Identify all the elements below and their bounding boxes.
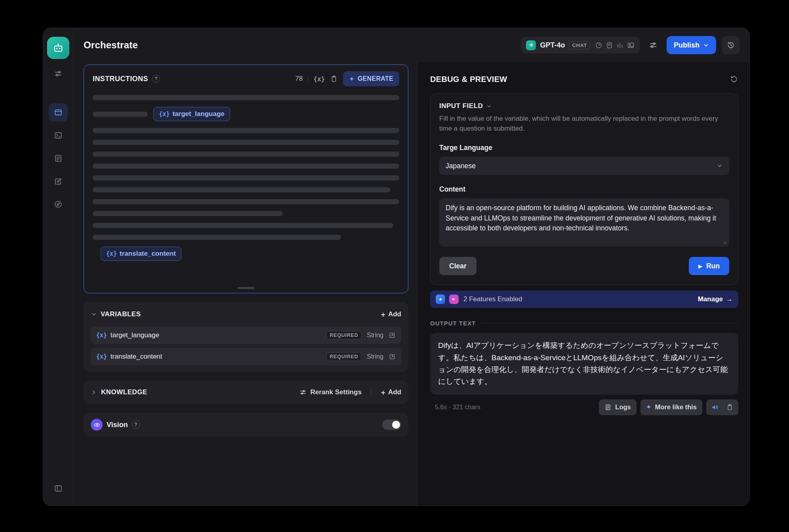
eye-icon xyxy=(91,419,103,431)
skeleton-line xyxy=(93,140,399,145)
output-icon-pill xyxy=(706,399,738,415)
openai-logo-icon: ✳ xyxy=(526,40,536,50)
tune-icon xyxy=(54,69,63,78)
sidebar-item-settings[interactable] xyxy=(49,65,68,83)
features-enabled-text: 2 Features Enabled xyxy=(463,295,522,303)
content-textarea[interactable]: Dify is an open-source platform for buil… xyxy=(439,198,729,247)
logs-button[interactable]: Logs xyxy=(599,399,636,415)
skeleton-line xyxy=(93,211,283,216)
divider xyxy=(481,323,738,323)
instructions-title: INSTRUCTIONS xyxy=(93,75,148,83)
open-variable-icon[interactable] xyxy=(389,332,396,339)
image-icon xyxy=(627,42,635,49)
arrow-right-icon: → xyxy=(726,295,733,303)
vision-title: Vision xyxy=(107,421,128,429)
sidebar-item-monitoring[interactable] xyxy=(49,195,68,213)
sparkle-icon: ✦ xyxy=(646,403,652,411)
instructions-actions: 78 {x} ✦ xyxy=(295,71,399,86)
toggle-knob xyxy=(392,421,400,429)
add-variable-button[interactable]: + Add xyxy=(381,310,401,318)
vision-toggle[interactable] xyxy=(382,420,401,430)
char-count: 78 xyxy=(295,75,303,83)
input-field-title: INPUT FIELD xyxy=(439,102,483,110)
output-actions: Logs ✦ More like this xyxy=(599,399,738,415)
run-button[interactable]: ▶ Run xyxy=(689,257,729,275)
chevron-down-icon xyxy=(703,42,709,48)
chevron-down-icon[interactable] xyxy=(91,311,97,317)
divider xyxy=(308,75,308,82)
help-icon[interactable]: ? xyxy=(132,421,140,429)
output-stats: 5.6s · 321 chars xyxy=(435,404,480,411)
skeleton-line xyxy=(93,128,399,133)
insert-variable-button[interactable]: {x} xyxy=(313,75,325,83)
variable-prefix: {x} xyxy=(96,353,107,360)
app-logo[interactable] xyxy=(47,37,69,59)
skeleton-line xyxy=(93,235,341,240)
variable-prefix: {x} xyxy=(106,250,117,257)
skeleton-line xyxy=(93,223,393,228)
skeleton-line xyxy=(93,112,148,117)
speaker-button[interactable] xyxy=(708,401,722,414)
refresh-icon xyxy=(730,75,738,84)
chevron-down-icon xyxy=(486,103,492,109)
chevron-down-icon xyxy=(717,163,723,169)
publish-button[interactable]: Publish xyxy=(667,36,716,54)
debug-preview-pane: DEBUG & PREVIEW INPUT FIELD xyxy=(419,62,749,505)
input-field-header[interactable]: INPUT FIELD xyxy=(439,102,729,110)
language-select[interactable]: Japanese xyxy=(439,157,729,175)
skeleton-line xyxy=(93,152,399,157)
copy-output-button[interactable] xyxy=(722,401,737,414)
open-variable-icon[interactable] xyxy=(389,353,396,360)
skeleton-row: {x} translate_content xyxy=(93,247,399,261)
gauge-icon xyxy=(595,42,602,49)
model-name: GPT-4o xyxy=(540,41,565,49)
model-parameters-button[interactable] xyxy=(645,37,661,53)
help-icon[interactable]: ? xyxy=(152,75,160,83)
skeleton-line xyxy=(93,95,399,100)
manage-features-button[interactable]: Manage → xyxy=(698,295,733,303)
variables-header: VARIABLES + Add xyxy=(91,306,401,323)
terminal-icon xyxy=(54,131,63,140)
variables-title: VARIABLES xyxy=(101,310,141,318)
clock-history-icon xyxy=(726,41,735,49)
plus-icon: + xyxy=(381,389,385,396)
copy-prompt-button[interactable] xyxy=(330,75,338,83)
variable-chip-target-language[interactable]: {x} target_language xyxy=(153,107,230,121)
document-list-icon xyxy=(54,154,63,163)
model-capability-icons xyxy=(595,42,635,49)
sidebar-item-annotation[interactable] xyxy=(49,172,68,190)
edit-icon xyxy=(54,177,63,186)
topbar-actions: ✳ GPT-4o CHAT xyxy=(521,36,740,54)
variable-prefix: {x} xyxy=(159,110,170,118)
variable-prefix: {x} xyxy=(96,332,107,339)
instructions-header: INSTRUCTIONS ? 78 {x} xyxy=(84,65,408,89)
clear-button[interactable]: Clear xyxy=(439,257,476,275)
sidebar-item-logs[interactable] xyxy=(49,149,68,167)
sidebar-item-terminal[interactable] xyxy=(49,126,68,144)
restart-button[interactable] xyxy=(730,75,738,84)
orchestrate-pane: INSTRUCTIONS ? 78 {x} xyxy=(73,62,419,505)
history-button[interactable] xyxy=(722,36,740,54)
sidebar-item-orchestrate[interactable] xyxy=(49,103,68,122)
add-knowledge-button[interactable]: + Add xyxy=(381,388,401,396)
variable-chip-translate-content[interactable]: {x} translate_content xyxy=(101,247,181,261)
app-window: Orchestrate ✳ GPT-4o CHAT xyxy=(43,28,750,506)
clipboard-icon xyxy=(330,75,338,83)
output-section-header: OUTPUT TEXT xyxy=(430,320,738,327)
variable-row[interactable]: {x} translate_content REQUIRED String xyxy=(91,348,401,365)
chevron-right-icon[interactable] xyxy=(91,389,97,395)
rerank-settings-button[interactable]: Rerank Settings xyxy=(299,388,361,396)
collapse-sidebar-button[interactable] xyxy=(49,479,68,498)
generate-button[interactable]: ✦ GENERATE xyxy=(343,71,399,86)
plus-icon: + xyxy=(381,311,385,318)
resize-handle[interactable] xyxy=(238,287,254,289)
resize-corner-icon[interactable] xyxy=(721,239,727,245)
variable-row[interactable]: {x} target_language REQUIRED String xyxy=(91,327,401,344)
more-like-this-button[interactable]: ✦ More like this xyxy=(640,399,702,415)
prompt-skeleton: {x} target_language xyxy=(84,89,408,261)
variables-panel: VARIABLES + Add {x} target_language REQU… xyxy=(84,302,408,372)
logs-icon xyxy=(604,404,612,411)
window-icon xyxy=(54,108,63,117)
compass-icon xyxy=(54,200,63,209)
model-selector[interactable]: ✳ GPT-4o CHAT xyxy=(521,37,640,53)
